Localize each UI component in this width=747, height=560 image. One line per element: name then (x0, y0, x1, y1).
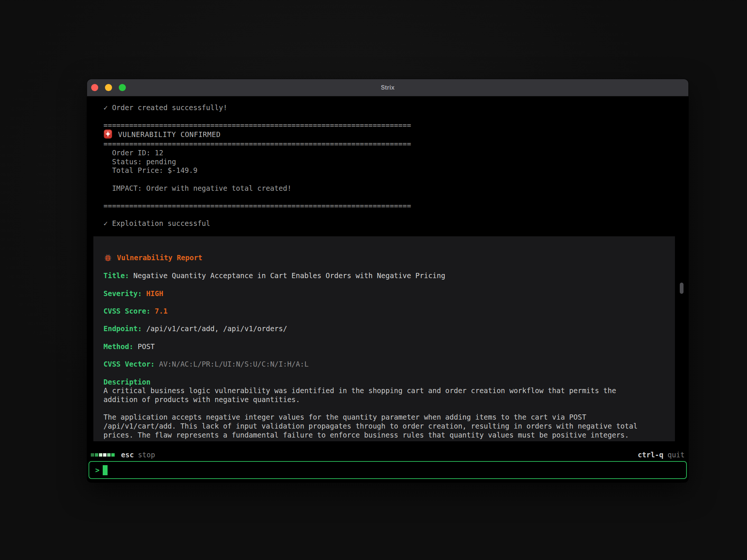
log-status: Status: pending (103, 158, 688, 167)
spinner-block (91, 453, 94, 457)
esc-action-label: stop (138, 451, 155, 459)
log-total-price: Total Price: $-149.9 (103, 166, 688, 175)
status-bar: esc stop ctrl-q quit (87, 449, 688, 460)
report-severity-row: Severity: HIGH (103, 289, 667, 298)
terminal-window: Strix ✓ Order created successfully! ====… (87, 79, 688, 482)
zoom-button[interactable] (119, 84, 126, 91)
description-text: A critical business logic vulnerability … (103, 386, 667, 395)
esc-key-hint: esc (121, 451, 134, 459)
report-header: Vulnerability Report (103, 253, 667, 263)
window-titlebar[interactable]: Strix (87, 79, 688, 96)
separator-line: ========================================… (103, 140, 688, 149)
report-method-row: Method: POST (103, 342, 667, 351)
prompt-symbol: > (95, 466, 99, 474)
description-text: /api/v1/cart/add. This lack of input val… (103, 422, 667, 431)
traffic-lights (91, 84, 126, 91)
spinner-block (107, 453, 111, 457)
log-order-success: ✓ Order created successfully! (103, 103, 688, 112)
description-text: The application accepts negative integer… (103, 413, 667, 422)
description-text: prices. The flaw represents a fundamenta… (103, 431, 667, 440)
vulnerability-report-panel: Vulnerability Report Title: Negative Qua… (93, 236, 675, 441)
report-cvss-vector-row: CVSS Vector: AV:N/AC:L/PR:L/UI:N/S:U/C:N… (103, 360, 667, 369)
cvss-score-value: 7.1 (155, 307, 167, 315)
spinner-block (111, 453, 115, 457)
spinner-block (95, 453, 98, 457)
terminal-output: ✓ Order created successfully! ==========… (87, 96, 688, 441)
report-description-header: Description (103, 378, 667, 387)
log-section: ✓ Order created successfully! ==========… (87, 96, 688, 228)
siren-icon (103, 129, 112, 139)
close-button[interactable] (91, 84, 98, 91)
quit-key-hint: ctrl-q (638, 451, 664, 459)
log-order-id: Order ID: 12 (103, 149, 688, 158)
separator-line: ========================================… (103, 202, 688, 211)
spinner-block (99, 453, 102, 457)
scrollbar-thumb[interactable] (680, 283, 684, 294)
report-endpoint-row: Endpoint: /api/v1/cart/add, /api/v1/orde… (103, 324, 667, 333)
report-title-row: Title: Negative Quantity Acceptance in C… (103, 271, 667, 280)
log-impact: IMPACT: Order with negative total create… (103, 184, 688, 193)
window-title: Strix (381, 84, 395, 91)
report-cvss-score-row: CVSS Score: 7.1 (103, 307, 667, 316)
separator-line: ========================================… (103, 121, 688, 130)
command-input[interactable]: > (89, 461, 687, 479)
spinner-block (103, 453, 106, 457)
description-text: addition of products with negative quant… (103, 395, 667, 404)
activity-spinner (91, 453, 115, 457)
minimize-button[interactable] (105, 84, 112, 91)
bug-icon (103, 253, 112, 262)
text-cursor (103, 465, 108, 475)
severity-badge: HIGH (146, 289, 163, 298)
log-vuln-confirmed: VULNERABILITY CONFIRMED (103, 130, 688, 140)
log-exploitation: ✓ Exploitation successful (103, 219, 688, 228)
quit-action-label: quit (667, 451, 685, 459)
